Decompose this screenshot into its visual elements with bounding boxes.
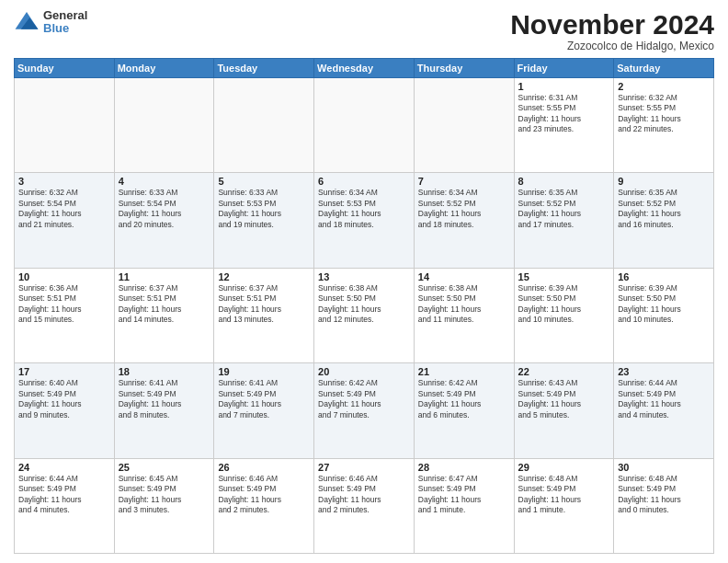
cell-info: Sunrise: 6:41 AM Sunset: 5:49 PM Dayligh… — [119, 378, 210, 420]
calendar-cell: 8Sunrise: 6:35 AM Sunset: 5:52 PM Daylig… — [514, 173, 614, 268]
cell-info: Sunrise: 6:44 AM Sunset: 5:49 PM Dayligh… — [18, 474, 110, 516]
calendar-cell: 10Sunrise: 6:36 AM Sunset: 5:51 PM Dayli… — [15, 268, 115, 362]
calendar-header: SundayMondayTuesdayWednesdayThursdayFrid… — [15, 59, 714, 78]
calendar-week-row: 1Sunrise: 6:31 AM Sunset: 5:55 PM Daylig… — [15, 78, 714, 173]
cell-info: Sunrise: 6:44 AM Sunset: 5:49 PM Dayligh… — [618, 378, 710, 420]
cell-info: Sunrise: 6:34 AM Sunset: 5:53 PM Dayligh… — [318, 188, 410, 230]
calendar-cell: 25Sunrise: 6:45 AM Sunset: 5:49 PM Dayli… — [114, 458, 214, 553]
cell-info: Sunrise: 6:32 AM Sunset: 5:55 PM Dayligh… — [618, 93, 710, 135]
calendar-table: SundayMondayTuesdayWednesdayThursdayFrid… — [14, 58, 714, 554]
day-number: 12 — [218, 271, 310, 282]
day-number: 4 — [119, 176, 210, 187]
day-number: 16 — [618, 271, 710, 282]
cell-info: Sunrise: 6:43 AM Sunset: 5:49 PM Dayligh… — [518, 378, 610, 420]
cell-info: Sunrise: 6:33 AM Sunset: 5:54 PM Dayligh… — [119, 188, 210, 230]
day-number: 17 — [18, 366, 110, 377]
day-number: 27 — [318, 462, 410, 473]
logo-blue-text: Blue — [43, 22, 87, 35]
logo-icon — [14, 9, 40, 35]
cell-info: Sunrise: 6:39 AM Sunset: 5:50 PM Dayligh… — [618, 283, 710, 326]
calendar-cell: 30Sunrise: 6:48 AM Sunset: 5:49 PM Dayli… — [614, 458, 714, 553]
cell-info: Sunrise: 6:38 AM Sunset: 5:50 PM Dayligh… — [318, 283, 410, 326]
calendar-cell: 6Sunrise: 6:34 AM Sunset: 5:53 PM Daylig… — [314, 173, 415, 268]
day-number: 5 — [218, 176, 310, 187]
calendar-cell: 11Sunrise: 6:37 AM Sunset: 5:51 PM Dayli… — [114, 268, 214, 362]
calendar-cell: 23Sunrise: 6:44 AM Sunset: 5:49 PM Dayli… — [614, 363, 714, 458]
cell-info: Sunrise: 6:42 AM Sunset: 5:49 PM Dayligh… — [418, 378, 510, 420]
calendar-cell — [214, 78, 314, 173]
day-number: 24 — [18, 462, 110, 473]
logo-text: General Blue — [43, 9, 87, 36]
calendar-week-row: 24Sunrise: 6:44 AM Sunset: 5:49 PM Dayli… — [15, 458, 714, 553]
page: General Blue November 2024 Zozocolco de … — [0, 0, 728, 563]
weekday-header-row: SundayMondayTuesdayWednesdayThursdayFrid… — [15, 59, 714, 78]
day-number: 20 — [318, 366, 410, 377]
cell-info: Sunrise: 6:38 AM Sunset: 5:50 PM Dayligh… — [418, 283, 510, 326]
calendar-cell: 28Sunrise: 6:47 AM Sunset: 5:49 PM Dayli… — [414, 458, 514, 553]
calendar-cell — [314, 78, 415, 173]
cell-info: Sunrise: 6:37 AM Sunset: 5:51 PM Dayligh… — [218, 283, 310, 326]
day-number: 6 — [318, 176, 410, 187]
weekday-header-sunday: Sunday — [15, 59, 115, 78]
day-number: 22 — [518, 366, 610, 377]
calendar-week-row: 10Sunrise: 6:36 AM Sunset: 5:51 PM Dayli… — [15, 268, 714, 362]
day-number: 11 — [119, 271, 210, 282]
logo-general-text: General — [43, 9, 87, 22]
calendar-cell: 26Sunrise: 6:46 AM Sunset: 5:49 PM Dayli… — [214, 458, 314, 553]
cell-info: Sunrise: 6:39 AM Sunset: 5:50 PM Dayligh… — [518, 283, 610, 326]
day-number: 8 — [518, 176, 610, 187]
calendar-cell: 9Sunrise: 6:35 AM Sunset: 5:52 PM Daylig… — [614, 173, 714, 268]
cell-info: Sunrise: 6:41 AM Sunset: 5:49 PM Dayligh… — [218, 378, 310, 420]
weekday-header-thursday: Thursday — [414, 59, 514, 78]
day-number: 19 — [218, 366, 310, 377]
weekday-header-friday: Friday — [514, 59, 614, 78]
calendar-week-row: 17Sunrise: 6:40 AM Sunset: 5:49 PM Dayli… — [15, 363, 714, 458]
calendar-cell — [414, 78, 514, 173]
calendar-cell: 5Sunrise: 6:33 AM Sunset: 5:53 PM Daylig… — [214, 173, 314, 268]
calendar-cell: 1Sunrise: 6:31 AM Sunset: 5:55 PM Daylig… — [514, 78, 614, 173]
day-number: 30 — [618, 462, 710, 473]
cell-info: Sunrise: 6:35 AM Sunset: 5:52 PM Dayligh… — [518, 188, 610, 230]
month-title: November 2024 — [510, 9, 714, 40]
calendar-cell: 17Sunrise: 6:40 AM Sunset: 5:49 PM Dayli… — [15, 363, 115, 458]
header: General Blue November 2024 Zozocolco de … — [14, 9, 714, 52]
calendar-cell: 4Sunrise: 6:33 AM Sunset: 5:54 PM Daylig… — [114, 173, 214, 268]
calendar-cell: 20Sunrise: 6:42 AM Sunset: 5:49 PM Dayli… — [314, 363, 415, 458]
calendar-cell: 21Sunrise: 6:42 AM Sunset: 5:49 PM Dayli… — [414, 363, 514, 458]
cell-info: Sunrise: 6:48 AM Sunset: 5:49 PM Dayligh… — [518, 474, 610, 516]
cell-info: Sunrise: 6:35 AM Sunset: 5:52 PM Dayligh… — [618, 188, 710, 230]
cell-info: Sunrise: 6:47 AM Sunset: 5:49 PM Dayligh… — [418, 474, 510, 516]
calendar-cell: 12Sunrise: 6:37 AM Sunset: 5:51 PM Dayli… — [214, 268, 314, 362]
cell-info: Sunrise: 6:46 AM Sunset: 5:49 PM Dayligh… — [318, 474, 410, 516]
day-number: 18 — [119, 366, 210, 377]
calendar-cell: 14Sunrise: 6:38 AM Sunset: 5:50 PM Dayli… — [414, 268, 514, 362]
weekday-header-tuesday: Tuesday — [214, 59, 314, 78]
cell-info: Sunrise: 6:34 AM Sunset: 5:52 PM Dayligh… — [418, 188, 510, 230]
cell-info: Sunrise: 6:32 AM Sunset: 5:54 PM Dayligh… — [18, 188, 110, 230]
weekday-header-monday: Monday — [114, 59, 214, 78]
day-number: 3 — [18, 176, 110, 187]
cell-info: Sunrise: 6:37 AM Sunset: 5:51 PM Dayligh… — [119, 283, 210, 326]
calendar-cell: 19Sunrise: 6:41 AM Sunset: 5:49 PM Dayli… — [214, 363, 314, 458]
day-number: 10 — [18, 271, 110, 282]
calendar-cell: 18Sunrise: 6:41 AM Sunset: 5:49 PM Dayli… — [114, 363, 214, 458]
day-number: 2 — [618, 81, 710, 92]
calendar-cell: 13Sunrise: 6:38 AM Sunset: 5:50 PM Dayli… — [314, 268, 415, 362]
cell-info: Sunrise: 6:33 AM Sunset: 5:53 PM Dayligh… — [218, 188, 310, 230]
calendar-cell: 3Sunrise: 6:32 AM Sunset: 5:54 PM Daylig… — [15, 173, 115, 268]
day-number: 21 — [418, 366, 510, 377]
calendar-cell: 27Sunrise: 6:46 AM Sunset: 5:49 PM Dayli… — [314, 458, 415, 553]
calendar-cell: 15Sunrise: 6:39 AM Sunset: 5:50 PM Dayli… — [514, 268, 614, 362]
cell-info: Sunrise: 6:36 AM Sunset: 5:51 PM Dayligh… — [18, 283, 110, 326]
cell-info: Sunrise: 6:46 AM Sunset: 5:49 PM Dayligh… — [218, 474, 310, 516]
day-number: 28 — [418, 462, 510, 473]
day-number: 13 — [318, 271, 410, 282]
calendar-cell — [114, 78, 214, 173]
title-section: November 2024 Zozocolco de Hidalgo, Mexi… — [510, 9, 714, 52]
cell-info: Sunrise: 6:31 AM Sunset: 5:55 PM Dayligh… — [518, 93, 610, 135]
day-number: 15 — [518, 271, 610, 282]
calendar-cell: 24Sunrise: 6:44 AM Sunset: 5:49 PM Dayli… — [15, 458, 115, 553]
cell-info: Sunrise: 6:45 AM Sunset: 5:49 PM Dayligh… — [119, 474, 210, 516]
weekday-header-wednesday: Wednesday — [314, 59, 415, 78]
day-number: 7 — [418, 176, 510, 187]
